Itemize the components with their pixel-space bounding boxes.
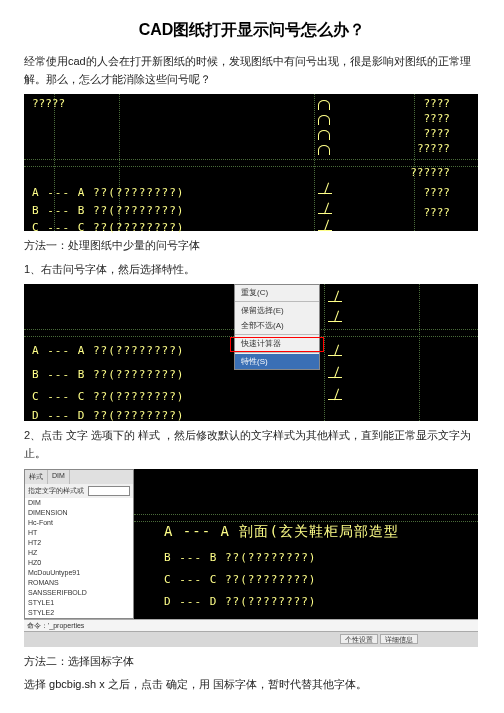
circle-mark-icon [318, 115, 330, 125]
font-item[interactable]: DIMENSION [25, 508, 133, 518]
q-text: ???? [424, 97, 451, 110]
slash-mark-icon [328, 344, 340, 356]
menu-item[interactable]: 全部不选(A) [235, 318, 319, 333]
font-style-list[interactable]: DIM DIMENSION Hc-Font HT HT2 HZ HZ0 McDo… [25, 498, 133, 618]
text-style-panel[interactable]: 样式 DIM 指定文字的样式或 DIM DIMENSION Hc-Font HT… [24, 469, 134, 619]
intro-paragraph: 经常使用cad的人会在打开新图纸的时候，发现图纸中有问号出现，很是影响对图纸的正… [24, 53, 480, 88]
circle-mark-icon [318, 130, 330, 140]
circle-mark-icon [318, 145, 330, 155]
highlight-box [230, 337, 324, 352]
q-text: ????? [32, 97, 65, 110]
row-text: B --- B ??(????????) [32, 204, 184, 217]
slash-mark-icon [328, 310, 340, 322]
font-item[interactable]: HZ0 [25, 558, 133, 568]
row-text-resolved: A --- A 剖面(玄关鞋柜局部造型 [164, 523, 399, 541]
cad-screenshot-1: ???? ???? ???? ????? ?????? ???? ???? A … [24, 94, 478, 231]
context-menu[interactable]: 重复(C) 保留选择(E) 全部不选(A) 快速计算器 特性(S) [234, 284, 320, 370]
menu-item[interactable]: 保留选择(E) [235, 303, 319, 318]
font-item[interactable]: STYLE2 [25, 608, 133, 618]
command-line[interactable]: 命令：'_properties [24, 619, 478, 631]
q-text: ???? [424, 206, 451, 219]
method1-step2: 2、点击 文字 选项下的 样式 ，然后修改默认的文字样式为其他样式，直到能正常显… [24, 427, 480, 462]
slash-mark-icon [318, 219, 330, 231]
style-input[interactable] [88, 486, 130, 496]
toolbar-button[interactable]: 个性设置 [340, 634, 378, 644]
method2-step: 选择 gbcbig.sh x 之后，点击 确定，用 国标字体，暂时代替其他字体。 [24, 676, 480, 694]
q-text: ?????? [410, 166, 450, 179]
q-text: ???? [424, 112, 451, 125]
row-text: A --- A ??(????????) [32, 344, 184, 357]
cad-screenshot-3: 样式 DIM 指定文字的样式或 DIM DIMENSION Hc-Font HT… [24, 469, 478, 647]
font-item[interactable]: HT2 [25, 538, 133, 548]
font-item[interactable]: DIM [25, 498, 133, 508]
toolbar-button[interactable]: 详细信息 [380, 634, 418, 644]
row-text: C --- C ??(????????) [32, 390, 184, 403]
q-text: ????? [417, 142, 450, 155]
font-item[interactable]: SANSSERIFBOLD [25, 588, 133, 598]
panel-label-row: 指定文字的样式或 [25, 484, 133, 498]
row-text: D --- D ??(????????) [32, 409, 184, 422]
slash-mark-icon [328, 366, 340, 378]
slash-mark-icon [318, 182, 330, 194]
method1-step1: 1、右击问号字体，然后选择特性。 [24, 261, 480, 279]
menu-item-properties[interactable]: 特性(S) [235, 354, 319, 369]
slash-mark-icon [328, 290, 340, 302]
font-item[interactable]: HT [25, 528, 133, 538]
method1-heading: 方法一：处理图纸中少量的问号字体 [24, 237, 480, 255]
tab[interactable]: 样式 [25, 470, 48, 484]
slash-mark-icon [328, 388, 340, 400]
circle-mark-icon [318, 100, 330, 110]
panel-tabs[interactable]: 样式 DIM [25, 470, 133, 484]
font-item[interactable]: McDouUntype91 [25, 568, 133, 578]
font-item[interactable]: ROMANS [25, 578, 133, 588]
cad-screenshot-2: 重复(C) 保留选择(E) 全部不选(A) 快速计算器 特性(S) A --- … [24, 284, 478, 421]
slash-mark-icon [318, 202, 330, 214]
q-text: ???? [424, 127, 451, 140]
row-text: A --- A ??(????????) [32, 186, 184, 199]
row-text: B --- B ??(????????) [32, 368, 184, 381]
bottom-toolbar: 个性设置 详细信息 [24, 631, 478, 647]
panel-label: 指定文字的样式或 [28, 486, 84, 496]
row-text: B --- B ??(????????) [164, 551, 316, 564]
row-text: C --- C ??(????????) [32, 221, 184, 234]
font-item[interactable]: Hc-Font [25, 518, 133, 528]
font-item[interactable]: HZ [25, 548, 133, 558]
tab[interactable]: DIM [48, 470, 70, 484]
q-text: ???? [424, 186, 451, 199]
menu-item[interactable]: 重复(C) [235, 285, 319, 300]
row-text: C --- C ??(????????) [164, 573, 316, 586]
method2-heading: 方法二：选择国标字体 [24, 653, 480, 671]
page-title: CAD图纸打开显示问号怎么办？ [24, 20, 480, 41]
row-text: D --- D ??(????????) [164, 595, 316, 608]
font-item[interactable]: STYLE1 [25, 598, 133, 608]
